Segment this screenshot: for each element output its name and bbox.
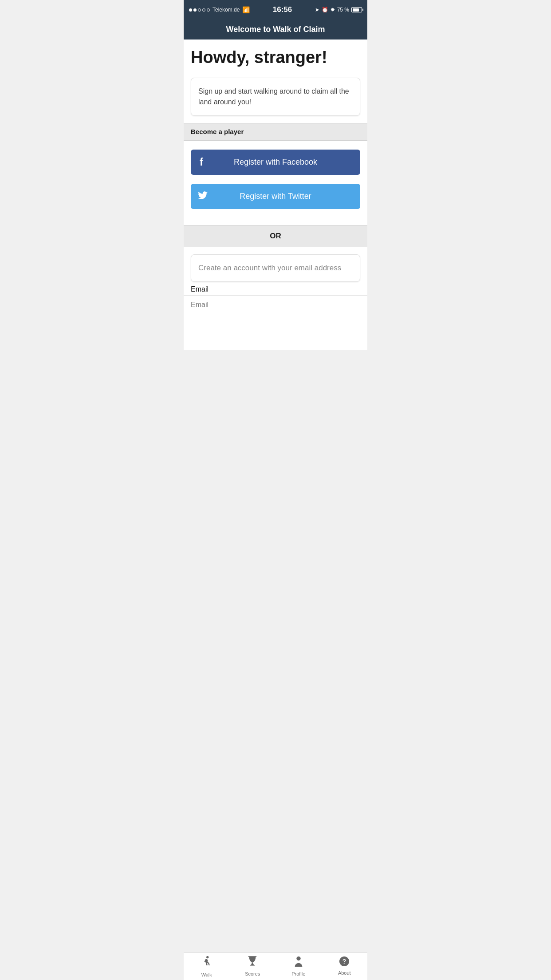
svg-point-0 — [206, 956, 209, 958]
email-input[interactable] — [191, 301, 360, 309]
info-card-text: Sign up and start walking around to clai… — [198, 86, 353, 107]
email-card: Create an account with your email addres… — [191, 254, 360, 282]
bluetooth-icon: ✸ — [331, 7, 335, 13]
email-input-row — [184, 295, 367, 314]
signal-dot-5 — [207, 8, 210, 12]
status-right: ➤ ⏰ ✸ 75 % — [315, 7, 362, 13]
greeting-title: Howdy, stranger! — [191, 48, 360, 67]
tab-bar: Walk Scores Profile ? About — [184, 952, 367, 980]
tab-walk[interactable]: Walk — [184, 956, 230, 977]
or-text: OR — [270, 232, 281, 240]
or-divider: OR — [184, 225, 367, 247]
tab-profile[interactable]: Profile — [276, 956, 322, 977]
buttons-section: f Register with Facebook Register with T… — [184, 141, 367, 216]
alarm-icon: ⏰ — [322, 7, 328, 13]
twitter-icon — [198, 190, 208, 202]
status-time: 16:56 — [273, 5, 292, 14]
battery-percent: 75 % — [337, 7, 349, 13]
nav-bar: Welcome to Walk of Claim — [184, 20, 367, 40]
status-left: Telekom.de 📶 — [189, 6, 250, 13]
signal-dot-3 — [198, 8, 201, 12]
svg-point-2 — [296, 956, 300, 960]
email-card-text: Create an account with your email addres… — [198, 264, 353, 273]
tab-walk-label: Walk — [201, 972, 212, 977]
signal-dot-1 — [189, 8, 192, 12]
battery-fill — [353, 8, 359, 12]
svg-text:?: ? — [342, 958, 346, 965]
info-card: Sign up and start walking around to clai… — [191, 78, 360, 116]
twitter-register-button[interactable]: Register with Twitter — [191, 184, 360, 209]
twitter-button-label: Register with Twitter — [198, 192, 353, 201]
tab-profile-label: Profile — [291, 971, 305, 976]
tab-scores[interactable]: Scores — [230, 956, 276, 977]
tab-about[interactable]: ? About — [322, 956, 368, 977]
signal-dot-4 — [202, 8, 205, 12]
tab-scores-label: Scores — [245, 971, 260, 976]
trophy-icon — [248, 956, 257, 969]
facebook-button-label: Register with Facebook — [198, 158, 353, 167]
facebook-register-button[interactable]: f Register with Facebook — [191, 150, 360, 175]
carrier-label: Telekom.de — [213, 7, 240, 13]
main-content: Howdy, stranger! Sign up and start walki… — [184, 40, 367, 350]
section-label: Become a player — [191, 128, 244, 135]
signal-dot-2 — [193, 8, 197, 12]
facebook-icon: f — [200, 156, 203, 168]
svg-rect-1 — [250, 965, 255, 966]
battery-bar — [351, 7, 362, 12]
nav-title: Welcome to Walk of Claim — [226, 25, 325, 34]
status-bar: Telekom.de 📶 16:56 ➤ ⏰ ✸ 75 % — [184, 0, 367, 20]
tab-about-label: About — [338, 970, 351, 976]
email-label-row: Email — [184, 282, 367, 295]
email-label: Email — [191, 285, 209, 293]
greeting-section: Howdy, stranger! — [184, 40, 367, 74]
section-header: Become a player — [184, 123, 367, 141]
signal-dots — [189, 8, 210, 12]
walk-icon — [202, 956, 212, 970]
about-icon: ? — [339, 956, 350, 968]
wifi-icon: 📶 — [242, 6, 250, 13]
location-icon: ➤ — [315, 7, 319, 13]
profile-icon — [295, 956, 303, 969]
